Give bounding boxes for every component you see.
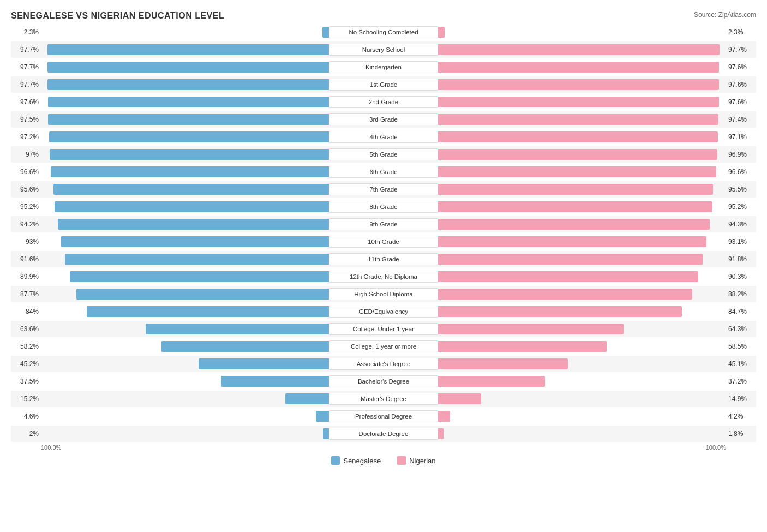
bar-row: 37.5%Bachelor's Degree37.2% <box>11 373 756 390</box>
right-bar <box>438 428 444 439</box>
bar-row: 95.2%8th Grade95.2% <box>11 199 756 215</box>
left-bar <box>51 166 329 177</box>
bar-label: 3rd Grade <box>329 113 438 125</box>
bar-row: 97.5%3rd Grade97.4% <box>11 111 756 128</box>
legend-senegalese-label: Senegalese <box>343 457 381 465</box>
right-value: 96.6% <box>726 168 756 176</box>
left-bar <box>58 219 329 230</box>
left-value: 97.5% <box>11 116 41 123</box>
left-bar <box>199 358 329 369</box>
bar-label: 5th Grade <box>329 148 438 160</box>
right-bar <box>438 62 719 73</box>
right-bar <box>438 411 450 422</box>
bar-row: 97.7%1st Grade97.6% <box>11 76 756 93</box>
bar-label: College, Under 1 year <box>329 323 438 335</box>
right-bar <box>438 27 445 38</box>
bar-label: 7th Grade <box>329 183 438 195</box>
left-bar <box>55 201 329 212</box>
right-bar <box>438 97 719 107</box>
bar-label: College, 1 year or more <box>329 340 438 352</box>
source-text: Source: ZipAtlas.com <box>694 11 756 19</box>
bar-row: 97.6%2nd Grade97.6% <box>11 94 756 110</box>
left-value: 63.6% <box>11 325 41 333</box>
left-value: 97.2% <box>11 133 41 141</box>
chart-area: 2.3%No Schooling Completed2.3%97.7%Nurse… <box>11 24 756 442</box>
bar-row: 95.6%7th Grade95.5% <box>11 181 756 198</box>
bar-row: 4.6%Professional Degree4.2% <box>11 408 756 425</box>
right-value: 64.3% <box>726 325 756 333</box>
chart-title: SENEGALESE VS NIGERIAN EDUCATION LEVEL <box>11 11 224 21</box>
legend-senegalese-box <box>331 456 340 465</box>
bar-row: 15.2%Master's Degree14.9% <box>11 391 756 407</box>
axis-right: 100.0% <box>706 444 726 451</box>
left-bar <box>87 306 329 317</box>
left-bar <box>50 149 329 160</box>
right-value: 37.2% <box>726 378 756 385</box>
axis-left: 100.0% <box>41 444 61 451</box>
left-value: 84% <box>11 308 41 315</box>
bar-label: 1st Grade <box>329 79 438 91</box>
right-value: 84.7% <box>726 308 756 315</box>
right-value: 91.8% <box>726 255 756 263</box>
right-value: 96.9% <box>726 151 756 158</box>
left-value: 97.6% <box>11 98 41 106</box>
bar-row: 63.6%College, Under 1 year64.3% <box>11 321 756 337</box>
bar-row: 97.7%Nursery School97.7% <box>11 41 756 58</box>
left-value: 93% <box>11 238 41 246</box>
bar-label: 2nd Grade <box>329 96 438 108</box>
right-bar <box>438 201 712 212</box>
bar-row: 45.2%Associate's Degree45.1% <box>11 356 756 372</box>
right-bar <box>438 393 481 404</box>
bar-label: Professional Degree <box>329 410 438 422</box>
axis-labels: 100.0% 100.0% <box>11 444 756 451</box>
right-value: 4.2% <box>726 413 756 420</box>
left-value: 2% <box>11 430 41 438</box>
right-value: 95.2% <box>726 203 756 211</box>
bar-label: Master's Degree <box>329 393 438 405</box>
right-value: 97.1% <box>726 133 756 141</box>
left-bar <box>48 97 329 107</box>
right-bar <box>438 131 718 142</box>
left-value: 4.6% <box>11 413 41 420</box>
right-value: 1.8% <box>726 430 756 438</box>
right-bar <box>438 44 720 55</box>
right-value: 88.2% <box>726 290 756 298</box>
bar-label: Bachelor's Degree <box>329 375 438 387</box>
left-value: 97.7% <box>11 46 41 53</box>
legend: Senegalese Nigerian <box>11 456 756 465</box>
right-bar <box>438 184 713 195</box>
bar-row: 97.7%Kindergarten97.6% <box>11 59 756 75</box>
left-value: 97.7% <box>11 63 41 71</box>
legend-nigerian-label: Nigerian <box>409 457 435 465</box>
right-value: 97.6% <box>726 98 756 106</box>
bar-label: 12th Grade, No Diploma <box>329 271 438 283</box>
left-bar <box>47 62 329 73</box>
left-value: 95.6% <box>11 186 41 193</box>
right-value: 94.3% <box>726 220 756 228</box>
right-bar <box>438 306 682 317</box>
left-bar <box>65 254 329 265</box>
left-value: 37.5% <box>11 378 41 385</box>
left-value: 89.9% <box>11 273 41 280</box>
bar-label: GED/Equivalency <box>329 306 438 318</box>
left-bar <box>76 289 329 300</box>
right-value: 45.1% <box>726 360 756 368</box>
right-value: 97.7% <box>726 46 756 53</box>
chart-container: SENEGALESE VS NIGERIAN EDUCATION LEVEL S… <box>0 0 767 476</box>
right-bar <box>438 324 624 334</box>
right-value: 93.1% <box>726 238 756 246</box>
bar-label: 4th Grade <box>329 131 438 143</box>
bar-row: 91.6%11th Grade91.8% <box>11 251 756 267</box>
right-value: 95.5% <box>726 186 756 193</box>
left-bar <box>61 236 329 247</box>
left-value: 91.6% <box>11 255 41 263</box>
left-value: 96.6% <box>11 168 41 176</box>
bar-label: 11th Grade <box>329 253 438 265</box>
left-bar <box>316 411 329 422</box>
right-bar <box>438 341 607 352</box>
left-bar <box>47 79 329 90</box>
legend-nigerian-box <box>397 456 406 465</box>
right-value: 97.4% <box>726 116 756 123</box>
bar-label: High School Diploma <box>329 288 438 300</box>
legend-senegalese: Senegalese <box>331 456 381 465</box>
